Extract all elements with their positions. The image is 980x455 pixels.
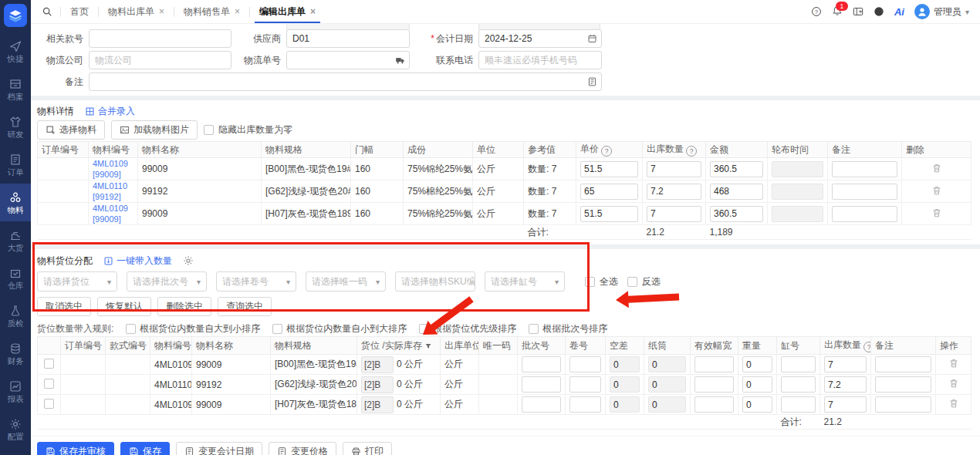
accounting-date-input[interactable] — [478, 29, 602, 48]
checkbox[interactable] — [272, 324, 282, 334]
search-icon[interactable] — [42, 6, 52, 17]
filter-select-0[interactable]: 请选择货位▾ — [37, 271, 117, 292]
sidebar-item-finance[interactable]: 财务 — [0, 335, 31, 372]
empty-diff-input[interactable] — [610, 376, 640, 393]
roll-no-input[interactable] — [569, 396, 601, 413]
weight-input[interactable] — [742, 396, 772, 413]
footer-button[interactable]: 保存 — [120, 442, 170, 455]
vat-no-input[interactable] — [781, 376, 816, 393]
load-image-button[interactable]: 加载物料图片 — [111, 120, 198, 140]
row-remark-input[interactable] — [875, 356, 931, 372]
material-no-link[interactable]: 4ML0109[99009] — [93, 204, 128, 224]
merge-entry-link[interactable]: 合并录入 — [85, 105, 135, 118]
outbound-qty-input[interactable] — [647, 161, 701, 177]
sidebar-item-report[interactable]: 报表 — [0, 372, 31, 410]
trash-icon[interactable] — [931, 207, 942, 218]
sidebar-item-flask[interactable]: 质检 — [0, 297, 31, 335]
unit-price-input[interactable] — [580, 161, 638, 177]
sidebar-item-gear[interactable]: 配置 — [0, 410, 31, 448]
material-no-link[interactable]: 4ML0110[99192] — [93, 181, 127, 201]
sidebar-item-shirt[interactable]: 研发 — [0, 108, 31, 146]
footer-button[interactable]: 变更价格 — [269, 442, 336, 455]
unit-price-input[interactable] — [580, 184, 638, 200]
hide-zero-checkbox[interactable]: 隐藏出库数量为零 — [204, 123, 292, 136]
filter-funnel-icon[interactable] — [424, 342, 432, 350]
phone-input[interactable] — [478, 51, 602, 69]
paper-tube-input[interactable] — [648, 376, 686, 393]
filter-select-5[interactable]: 请选择缸号▾ — [485, 271, 565, 292]
note-icon[interactable] — [587, 77, 597, 87]
row-remark-input[interactable] — [875, 376, 931, 393]
batch-no-input[interactable] — [522, 396, 561, 413]
outbound-qty-input[interactable] — [647, 206, 701, 222]
theme-icon[interactable] — [874, 6, 884, 17]
rule-checkbox[interactable]: 根据货位优先级排序 — [419, 322, 516, 335]
help-icon[interactable]: ? — [601, 146, 612, 157]
remark-input[interactable] — [89, 72, 602, 91]
close-icon[interactable]: × — [235, 6, 240, 17]
amount-input[interactable] — [710, 184, 763, 200]
sidebar-item-material[interactable]: 物料 — [0, 184, 31, 221]
app-logo[interactable] — [4, 4, 27, 27]
vat-no-input[interactable] — [781, 396, 816, 413]
checkbox[interactable] — [627, 277, 637, 287]
paper-tube-input[interactable] — [648, 356, 686, 372]
row-checkbox[interactable] — [44, 399, 54, 409]
filter-select-4[interactable]: 请选择物料SKU编码▾ — [395, 271, 475, 292]
eff-width-input[interactable] — [694, 376, 734, 393]
help-icon[interactable]: ? — [811, 6, 822, 17]
row-remark-input[interactable] — [832, 161, 897, 177]
alloc-action-button[interactable]: 取消选中 — [37, 297, 91, 316]
vat-no-input[interactable] — [781, 356, 816, 372]
empty-diff-input[interactable] — [610, 396, 640, 413]
weight-input[interactable] — [742, 356, 772, 372]
sidebar-item-order[interactable]: 订单 — [0, 146, 31, 184]
rule-checkbox[interactable]: 根据货位内数量自小到大排序 — [272, 322, 407, 335]
row-checkbox[interactable] — [44, 359, 54, 369]
notifications-button[interactable]: 1 — [832, 5, 843, 19]
location-input[interactable]: [2]B — [361, 396, 394, 413]
outbound-qty-input[interactable] — [647, 184, 701, 200]
outbound-qty-input[interactable] — [824, 376, 867, 393]
eff-width-input[interactable] — [694, 396, 734, 413]
related-no-input[interactable] — [89, 29, 231, 48]
help-icon[interactable]: ? — [686, 146, 697, 157]
outbound-qty-input[interactable] — [824, 396, 867, 413]
checkbox[interactable] — [585, 277, 595, 287]
row-remark-input[interactable] — [832, 184, 897, 200]
amount-input[interactable] — [710, 206, 763, 222]
rule-checkbox[interactable]: 根据货位内数量自大到小排序 — [126, 322, 260, 335]
checkbox[interactable] — [126, 324, 136, 334]
filter-select-2[interactable]: 请选择卷号▾ — [216, 271, 296, 292]
logistics-company-input[interactable] — [89, 51, 231, 69]
tab[interactable]: 编辑出库单× — [250, 0, 325, 23]
tab[interactable]: 物料销售单× — [174, 0, 249, 23]
trash-icon[interactable] — [948, 378, 959, 389]
help-icon[interactable]: ? — [863, 342, 871, 352]
settings-gear-icon[interactable] — [183, 255, 194, 266]
paper-tube-input[interactable] — [648, 396, 686, 413]
amount-input[interactable] — [710, 161, 763, 177]
row-remark-input[interactable] — [832, 206, 897, 222]
row-remark-input[interactable] — [875, 396, 931, 413]
filter-select-3[interactable]: 请选择唯一码▾ — [306, 271, 386, 292]
location-input[interactable]: [2]B — [361, 376, 394, 393]
checkbox[interactable] — [419, 324, 429, 334]
sidebar-item-plane[interactable]: 快捷 — [0, 32, 31, 70]
alloc-action-button[interactable]: 查询选中 — [218, 297, 272, 316]
location-input[interactable]: [2]B — [361, 356, 394, 373]
select-material-button[interactable]: 选择物料 — [37, 120, 105, 140]
footer-button[interactable]: 打印 — [343, 442, 392, 455]
close-icon[interactable]: × — [159, 6, 164, 17]
batch-no-input[interactable] — [522, 376, 561, 393]
material-no-link[interactable]: 4ML0109[99009] — [93, 159, 128, 179]
loom-time-input[interactable] — [772, 161, 823, 177]
batch-no-input[interactable] — [522, 356, 561, 372]
unit-price-input[interactable] — [580, 206, 638, 222]
row-checkbox[interactable] — [44, 379, 54, 389]
layout-icon[interactable] — [853, 6, 863, 17]
logistics-no-input[interactable] — [286, 51, 410, 69]
checkbox[interactable] — [529, 324, 539, 334]
footer-button[interactable]: 变更会计日期 — [176, 442, 262, 455]
tab[interactable]: 物料出库单× — [99, 0, 174, 23]
